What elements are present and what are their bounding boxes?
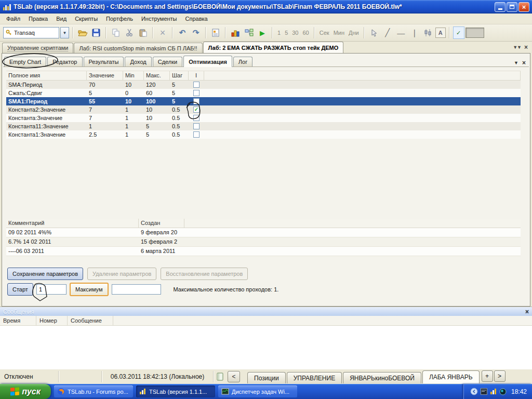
view-tab-results[interactable]: Результаты	[84, 57, 124, 66]
passes-input[interactable]	[112, 284, 161, 295]
view-tab-close-icon[interactable]: ×	[522, 59, 526, 66]
optimize-checkbox[interactable]	[193, 131, 200, 138]
optimize-checkbox[interactable]	[193, 90, 200, 96]
window-title: TSLab (версия 1.1.17.49:32bit) - C:\Docu…	[14, 3, 495, 10]
tray-tslab-icon[interactable]	[490, 388, 497, 395]
paste-button[interactable]	[137, 26, 149, 39]
messages-panel: Сообщения × Время Номер Сообщение	[0, 307, 532, 369]
close-button[interactable]: ×	[518, 2, 529, 12]
optimize-checkbox[interactable]	[193, 82, 200, 88]
horizontal-line-tool[interactable]: —	[395, 26, 407, 39]
vertical-line-tool[interactable]: ❘	[408, 26, 421, 39]
color-box[interactable]	[466, 28, 484, 38]
menu-edit[interactable]: Правка	[24, 15, 52, 23]
connection-combo-dropdown[interactable]: ▼	[60, 27, 69, 38]
chart-button[interactable]	[229, 26, 242, 39]
view-tab-income[interactable]: Доход	[125, 57, 151, 66]
open-button[interactable]	[76, 26, 89, 39]
menu-help[interactable]: Справка	[181, 15, 212, 23]
workspace-next-button[interactable]: >	[494, 370, 506, 382]
param-row-constant11[interactable]: Константа11:Значение 1 1 5 0.5	[6, 122, 521, 130]
param-row-sma-period[interactable]: SMA:Период 70 10 120 5	[6, 81, 521, 89]
taskbar-clock[interactable]: 18:42	[511, 388, 527, 395]
doc-tab-close-icon[interactable]: ×	[524, 44, 528, 51]
indicator-toggle[interactable]: ✓	[453, 26, 464, 39]
save-parameters-button[interactable]: Сохранение параметров	[7, 268, 83, 280]
optimize-checkbox[interactable]	[193, 115, 200, 121]
start-button[interactable]: Старт	[7, 283, 33, 296]
timeframe-5[interactable]: 5	[283, 30, 289, 36]
run-button[interactable]: ▶	[256, 26, 269, 39]
param-row-compress-shift[interactable]: Сжать:Сдвиг 5 0 60 5	[6, 89, 521, 97]
workspace-add-tab-button[interactable]: +	[482, 370, 493, 382]
messages-close-icon[interactable]: ×	[525, 308, 529, 315]
view-tab-trades[interactable]: Сделки	[153, 57, 183, 66]
doc-tab-2ema-lab[interactable]: Лаб: 2 ЕМА СЖАТЬ РАЗЖАТЬ стоп тейк ДЕМО	[203, 42, 344, 53]
menu-view[interactable]: Вид	[52, 15, 71, 23]
workspace-prev-button[interactable]: <	[228, 371, 240, 382]
tray-status-icon[interactable]	[499, 388, 507, 395]
doc-tab-list-icon[interactable]: ▼▼	[513, 45, 521, 50]
runs-count-input[interactable]	[36, 284, 66, 295]
workspace-tab-positions[interactable]: Позиции	[247, 372, 286, 383]
connection-combo[interactable]: Transaq ▼	[3, 27, 69, 38]
optimize-checkbox[interactable]	[193, 107, 200, 113]
comment-row[interactable]: ----06 03 2011 6 марта 2011	[6, 247, 521, 256]
menu-portfolio[interactable]: Портфель	[102, 15, 137, 23]
unit-sec[interactable]: Сек	[318, 30, 331, 36]
comment-row[interactable]: 09 02 2011 4%% 9 февраля 20	[6, 228, 521, 237]
taskbar-task-browser[interactable]: TSLab.ru - Forums po...	[54, 385, 133, 397]
view-tab-optimization[interactable]: Оптимизация	[183, 56, 232, 67]
start-menu-button[interactable]: пуск	[0, 384, 51, 399]
timeframe-60[interactable]: 60	[301, 30, 311, 36]
hide-icons-button[interactable]	[470, 388, 478, 395]
properties-button[interactable]	[209, 26, 222, 39]
taskbar-task-tslab[interactable]: TSLab (версия 1.1.1...	[136, 385, 215, 397]
tray-terminal-icon[interactable]	[481, 388, 487, 395]
view-tab-editor[interactable]: Редактор	[47, 57, 82, 66]
maximize-button[interactable]	[507, 2, 517, 12]
copy-button[interactable]	[110, 26, 122, 39]
workspace-tab-laba-january[interactable]: ЛАБА ЯНВАРЬ	[422, 370, 480, 383]
optimize-checkbox[interactable]	[193, 123, 200, 129]
doc-tab-rsi-lab[interactable]: Лаб: RSI customStop min maksim СБ П ЛАБ!…	[74, 43, 202, 53]
trend-line-tool[interactable]: ╱	[381, 26, 394, 39]
minimize-button[interactable]	[495, 2, 506, 12]
candles-tool[interactable]	[422, 26, 434, 39]
cut-button[interactable]	[123, 26, 136, 39]
save-button[interactable]	[90, 26, 102, 39]
undo-button[interactable]: ↶	[176, 26, 189, 39]
menu-file[interactable]: Файл	[2, 15, 24, 23]
script-scheme-button[interactable]	[243, 26, 255, 39]
doc-tab-scripts-management[interactable]: Управление скриптами	[2, 43, 73, 53]
view-tab-empty-chart[interactable]: Empty Chart	[4, 57, 46, 66]
taskbar-task-taskmanager[interactable]: Диспетчер задач Wi...	[218, 385, 297, 397]
text-tool[interactable]: A	[435, 28, 446, 38]
messages-header: Сообщения ×	[0, 307, 532, 316]
unit-day[interactable]: Дни	[347, 30, 361, 36]
menu-scripts[interactable]: Скрипты	[71, 15, 102, 23]
param-row-constant[interactable]: Константа:Значение 7 1 10 0.5	[6, 114, 521, 122]
view-tab-dropdown-icon[interactable]: ▼	[514, 60, 518, 65]
windows-flag-icon	[10, 387, 19, 396]
cursor-tool[interactable]	[368, 26, 380, 39]
param-row-constant1[interactable]: Константа1:Значение 2.5 1 5 0.5	[6, 130, 521, 139]
delete-button[interactable]: ×	[156, 26, 169, 39]
optimize-checkbox[interactable]	[193, 98, 200, 104]
comment-row[interactable]: 6.7% 14 02 2011 15 февраля 2	[6, 237, 521, 247]
menu-tools[interactable]: Инструменты	[137, 15, 181, 23]
comments-header-row: Комментарий Создан	[6, 219, 521, 228]
redo-button[interactable]: ↷	[190, 26, 202, 39]
timeframe-1[interactable]: 1	[276, 30, 282, 36]
view-tab-log[interactable]: Лог	[233, 57, 252, 66]
maximum-button[interactable]: Максимум	[70, 283, 109, 296]
unit-min[interactable]: Мин	[332, 30, 346, 36]
timeframe-30[interactable]: 30	[290, 30, 300, 36]
open-folder-icon	[78, 29, 88, 37]
notebook-icon[interactable]	[217, 373, 223, 381]
workspace-tab-january-combat[interactable]: ЯНВАРЬкиноБОЕВОЙ	[343, 372, 421, 383]
param-row-constant2[interactable]: Константа2:Значение 7 1 10 0.5	[6, 105, 521, 114]
cursor-icon	[370, 29, 377, 37]
param-row-sma1-period[interactable]: SMA1:Период 55 10 100 5	[6, 97, 521, 105]
workspace-tab-management[interactable]: УПРАВЛЕНИЕ	[287, 372, 342, 383]
